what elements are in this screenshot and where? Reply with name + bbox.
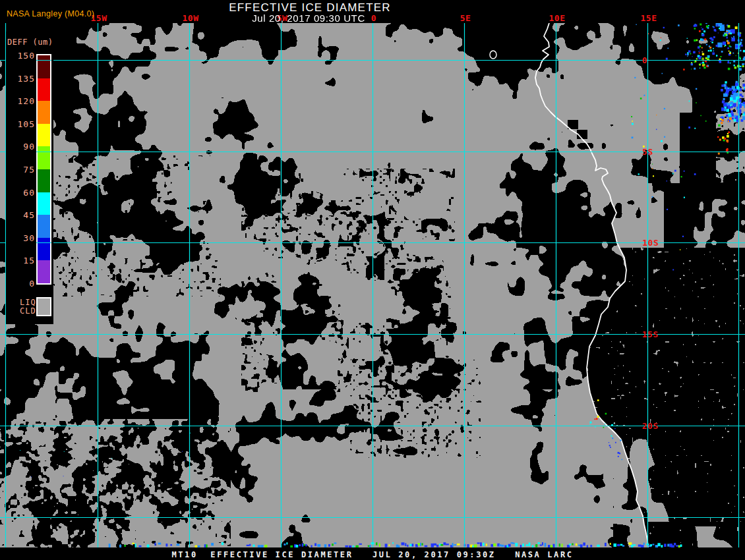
lat-label-20S: 20S xyxy=(642,421,659,431)
legend-tick-150: 150 xyxy=(7,51,35,61)
cloud-map-image xyxy=(0,23,745,547)
nasa-langley-credit: NASA Langley (M04.0) xyxy=(7,9,94,18)
satellite-product-screen: NASA Langley (M04.0) EFFECTIVE ICE DIAME… xyxy=(0,0,745,560)
legend-tick-135: 135 xyxy=(7,73,35,83)
lon-label-0: 0 xyxy=(371,13,376,23)
lat-label-10S: 10S xyxy=(642,238,659,248)
footer-bar: MT10 EFFECTIVE ICE DIAMETER JUL 20, 2017… xyxy=(0,548,745,560)
liq-cld-label-line2: CLD xyxy=(20,306,36,316)
footer-text: MT10 EFFECTIVE ICE DIAMETER JUL 20, 2017… xyxy=(171,550,573,559)
legend-title: DEFF (um) xyxy=(7,38,53,47)
legend-tick-15: 15 xyxy=(7,256,35,266)
legend-tick-45: 45 xyxy=(7,210,35,220)
gridline-over-colorbar xyxy=(36,60,51,61)
legend-tick-105: 105 xyxy=(7,119,35,128)
lon-label-10W: 10W xyxy=(183,13,199,23)
legend-tick-120: 120 xyxy=(7,96,35,106)
lon-label-15E: 15E xyxy=(641,13,657,23)
gridline-over-colorbar xyxy=(36,152,51,153)
liquid-cloud-swatch xyxy=(36,297,51,316)
legend-tick-60: 60 xyxy=(7,187,35,197)
timestamp-subtitle: Jul 20, 2017 09:30 UTC xyxy=(252,13,365,24)
legend-tick-75: 75 xyxy=(7,165,35,175)
lon-label-5E: 5E xyxy=(460,13,471,23)
liq-cld-label-line1: LIQ xyxy=(20,298,36,307)
legend-tick-90: 90 xyxy=(7,142,35,152)
lat-label-0: 0 xyxy=(642,55,647,65)
lat-label-15S: 15S xyxy=(642,329,659,339)
legend-tick-0: 0 xyxy=(7,279,35,289)
legend-tick-30: 30 xyxy=(7,233,35,242)
gridline-over-colorbar xyxy=(36,242,51,244)
lon-label-10E: 10E xyxy=(549,13,566,23)
deff-color-scale xyxy=(36,54,51,285)
lat-label-5S: 5S xyxy=(642,147,653,157)
